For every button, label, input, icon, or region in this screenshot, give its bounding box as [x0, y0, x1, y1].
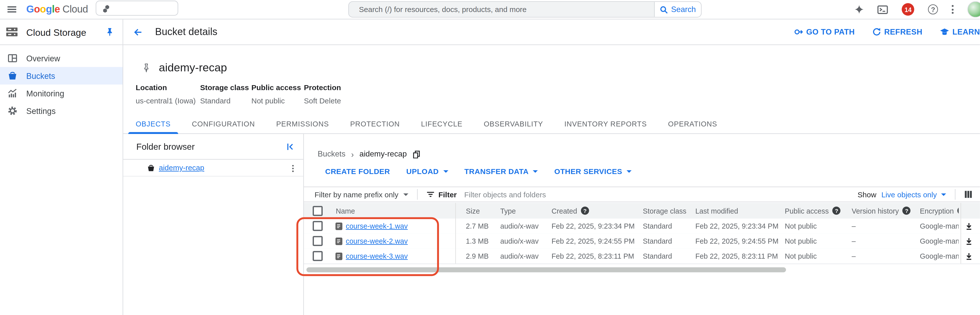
meta-value: Soft Delete [304, 96, 341, 105]
column-header-version-history[interactable]: Version history? [852, 203, 911, 219]
sidebar-item-settings[interactable]: Settings [0, 102, 123, 120]
column-header-created[interactable]: Created? [552, 203, 589, 219]
sidebar-item-monitoring[interactable]: Monitoring [0, 85, 123, 102]
divider [417, 189, 418, 200]
search-button[interactable]: Search [654, 2, 701, 17]
help-icon[interactable]: ? [928, 5, 938, 14]
object-link[interactable]: course-week-1.wav [346, 219, 408, 233]
column-header-last-modified[interactable]: Last modified [695, 203, 738, 219]
cloud-shell-icon[interactable] [877, 5, 888, 14]
cell-last-modified: Feb 22, 2025, 9:24:55 PM [695, 233, 778, 249]
column-label: Created [552, 207, 577, 214]
column-header-type[interactable]: Type [500, 203, 516, 219]
menu-icon[interactable] [6, 4, 18, 15]
filter-scope-label: Filter by name prefix only [315, 190, 398, 199]
cell-last-modified: Feb 22, 2025, 9:23:34 PM [695, 219, 778, 233]
gemini-icon[interactable] [855, 5, 864, 14]
breadcrumb-buckets[interactable]: Buckets [318, 150, 345, 158]
column-header-storage-class[interactable]: Storage class [643, 203, 686, 219]
pin-icon[interactable] [106, 27, 114, 36]
go-to-path-button[interactable]: GO TO PATH [794, 27, 855, 36]
help-icon[interactable]: ? [832, 206, 841, 215]
cell-encryption: Google-mana [920, 233, 959, 249]
search-bar: Search (/) for resources, docs, products… [348, 1, 702, 18]
row-checkbox[interactable] [313, 236, 323, 246]
upload-button[interactable]: UPLOAD [406, 167, 448, 176]
row-checkbox[interactable] [313, 251, 323, 261]
help-icon[interactable]: ? [958, 206, 958, 215]
objects-toolbar: CREATE FOLDER UPLOAD TRANSFER DATA OTHER… [325, 164, 632, 179]
column-header-size[interactable]: Size [466, 203, 480, 219]
object-link[interactable]: course-week-2.wav [346, 233, 408, 249]
table-row[interactable]: course-week-2.wav 1.3 MB audio/x-wav Feb… [304, 233, 980, 249]
filter-label: Filter [439, 190, 457, 199]
cell-created: Feb 22, 2025, 8:23:11 PM [552, 249, 634, 264]
column-header-name[interactable]: Name [336, 203, 355, 219]
user-avatar[interactable] [967, 1, 980, 18]
copy-icon[interactable] [412, 150, 420, 158]
cell-version-history: – [852, 219, 856, 233]
tab-operations[interactable]: OPERATIONS [660, 120, 725, 133]
folder-tree-item[interactable]: aidemy-recap ⋮ [123, 160, 304, 177]
learn-button[interactable]: LEARN [940, 27, 980, 36]
column-header-public-access[interactable]: Public access? [785, 203, 841, 219]
table-row[interactable]: course-week-1.wav 2.7 MB audio/x-wav Feb… [304, 219, 980, 234]
help-icon[interactable]: ? [581, 206, 589, 215]
manage-columns-icon[interactable] [964, 190, 972, 198]
buckets-icon [8, 71, 18, 81]
tab-inventory-reports[interactable]: INVENTORY REPORTS [557, 120, 654, 133]
filter-list-icon [426, 190, 435, 198]
logo-letter: e [54, 4, 60, 15]
column-label: Public access [785, 207, 829, 214]
select-all-checkbox[interactable] [313, 206, 323, 216]
download-icon[interactable] [965, 233, 973, 249]
tab-permissions[interactable]: PERMISSIONS [269, 120, 336, 133]
tab-objects[interactable]: OBJECTS [128, 120, 178, 133]
tree-bucket-link[interactable]: aidemy-recap [159, 163, 289, 172]
refresh-button[interactable]: REFRESH [872, 27, 922, 36]
horizontal-scrollbar[interactable] [306, 267, 786, 272]
google-cloud-logo[interactable]: Google Cloud [26, 4, 88, 15]
cell-type: audio/x-wav [500, 219, 539, 233]
tab-protection[interactable]: PROTECTION [343, 120, 407, 133]
back-arrow-icon[interactable] [133, 27, 143, 37]
sidebar-item-label: Monitoring [26, 89, 64, 98]
cell-created: Feb 22, 2025, 9:24:55 PM [552, 233, 635, 249]
row-checkbox[interactable] [313, 221, 323, 231]
tab-configuration[interactable]: CONFIGURATION [185, 120, 262, 133]
search-input[interactable]: Search (/) for resources, docs, products… [349, 2, 654, 17]
sidebar-item-overview[interactable]: Overview [0, 50, 123, 67]
download-icon[interactable] [965, 219, 973, 233]
collapse-panel-icon[interactable] [286, 142, 295, 151]
filter-input[interactable]: Filter objects and folders [464, 190, 546, 199]
logo-cloud-label: Cloud [62, 4, 88, 15]
bucket-pin-outline-icon[interactable] [143, 63, 150, 73]
more-options-icon[interactable] [952, 5, 954, 14]
search-placeholder: Search (/) for resources, docs, products… [359, 5, 527, 14]
search-button-label: Search [671, 5, 696, 14]
other-services-button[interactable]: OTHER SERVICES [554, 167, 632, 176]
meta-label: Protection [304, 83, 341, 92]
download-icon[interactable] [965, 249, 973, 264]
create-folder-button[interactable]: CREATE FOLDER [325, 167, 390, 176]
tree-item-more-icon[interactable]: ⋮ [289, 164, 297, 172]
chevron-down-icon [404, 193, 409, 195]
object-link[interactable]: course-week-3.wav [346, 249, 408, 264]
notifications-badge[interactable]: 14 [902, 3, 914, 16]
monitoring-icon [8, 88, 18, 98]
project-picker-button[interactable] [96, 1, 178, 16]
tab-observability[interactable]: OBSERVABILITY [476, 120, 550, 133]
show-dropdown[interactable]: Live objects only [881, 190, 946, 199]
column-header-encryption[interactable]: Encryption? [920, 203, 959, 219]
meta-value: us-central1 (Iowa) [136, 96, 200, 105]
cell-public-access: Not public [785, 233, 817, 249]
filter-scope-dropdown[interactable]: Filter by name prefix only [315, 190, 409, 199]
transfer-data-button[interactable]: TRANSFER DATA [464, 167, 538, 176]
cell-size: 1.3 MB [466, 233, 489, 249]
help-icon[interactable]: ? [903, 206, 911, 215]
sidebar-item-buckets[interactable]: Buckets [0, 67, 123, 85]
sidebar-item-label: Overview [26, 54, 60, 63]
table-row[interactable]: course-week-3.wav 2.9 MB audio/x-wav Feb… [304, 249, 980, 264]
create-folder-label: CREATE FOLDER [325, 167, 390, 176]
tab-lifecycle[interactable]: LIFECYCLE [414, 120, 470, 133]
